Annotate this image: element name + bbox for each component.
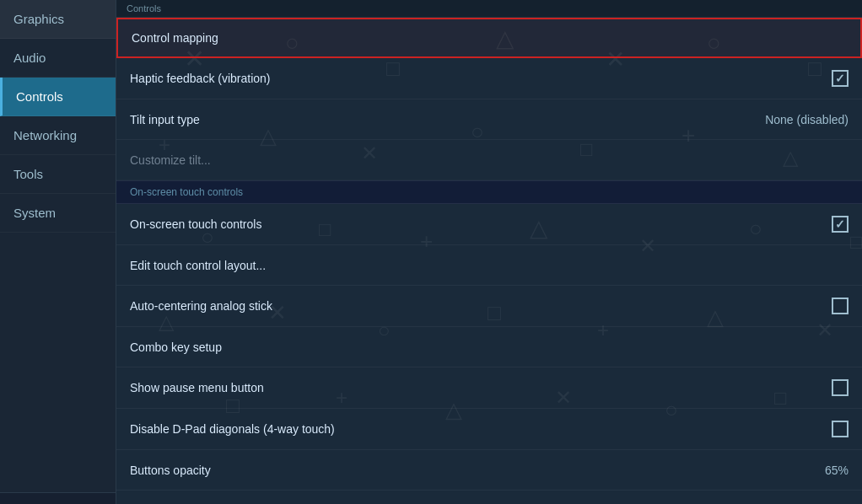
setting-row-tilt-input-type[interactable]: Tilt input typeNone (disabled)	[116, 99, 862, 140]
setting-row-edit-touch-layout[interactable]: Edit touch control layout...	[116, 245, 862, 286]
group-header: On-screen touch controls	[116, 180, 862, 204]
main-layout: GraphicsAudioControlsNetworkingToolsSyst…	[0, 0, 862, 504]
checkbox-haptic-feedback[interactable]	[832, 70, 849, 87]
setting-value-buttons-opacity: 65%	[825, 464, 849, 477]
sidebar-item-tools[interactable]: Tools	[0, 155, 116, 194]
setting-row-buttons-opacity[interactable]: Buttons opacity65%	[116, 450, 862, 491]
setting-label-buttons-opacity: Buttons opacity	[130, 464, 211, 477]
sidebar-item-system[interactable]: System	[0, 194, 116, 233]
setting-row-onscreen-touch[interactable]: On-screen touch controls	[116, 204, 862, 245]
setting-label-customize-tilt: Customize tilt...	[130, 153, 211, 167]
setting-value-tilt-input-type: None (disabled)	[765, 113, 849, 126]
content-area: Controls Control mappingHaptic feedback …	[116, 0, 862, 504]
top-settings: Control mappingHaptic feedback (vibratio…	[116, 18, 862, 180]
setting-label-disable-dpad: Disable D-Pad diagonals (4-way touch)	[130, 422, 335, 436]
setting-label-onscreen-touch: On-screen touch controls	[130, 217, 261, 231]
checkbox-disable-dpad[interactable]	[832, 421, 849, 437]
setting-row-auto-hide-buttons[interactable]: Auto-hide buttons after seconds20s	[116, 491, 862, 504]
setting-label-control-mapping: Control mapping	[132, 31, 218, 45]
setting-row-auto-centering[interactable]: Auto-centering analog stick	[116, 286, 862, 327]
sidebar-nav: GraphicsAudioControlsNetworkingToolsSyst…	[0, 0, 116, 233]
back-button[interactable]: Back	[0, 492, 116, 504]
setting-label-auto-centering: Auto-centering analog stick	[130, 299, 272, 313]
setting-row-show-pause-menu[interactable]: Show pause menu button	[116, 367, 862, 409]
setting-label-show-pause-menu: Show pause menu button	[130, 381, 264, 394]
section-header: Controls	[116, 0, 862, 18]
checkbox-onscreen-touch[interactable]	[832, 216, 849, 233]
group-settings: On-screen touch controlsEdit touch contr…	[116, 204, 862, 504]
setting-label-edit-touch-layout: Edit touch control layout...	[130, 259, 266, 272]
setting-label-haptic-feedback: Haptic feedback (vibration)	[130, 72, 271, 85]
settings-list: Control mappingHaptic feedback (vibratio…	[116, 18, 862, 504]
checkbox-show-pause-menu[interactable]	[832, 379, 849, 396]
sidebar-item-audio[interactable]: Audio	[0, 39, 116, 78]
setting-row-combo-key-setup[interactable]: Combo key setup	[116, 327, 862, 367]
sidebar-item-networking[interactable]: Networking	[0, 116, 116, 155]
sidebar-item-controls[interactable]: Controls	[0, 78, 116, 116]
checkbox-auto-centering[interactable]	[832, 298, 849, 314]
setting-label-combo-key-setup: Combo key setup	[130, 340, 222, 354]
sidebar: GraphicsAudioControlsNetworkingToolsSyst…	[0, 0, 116, 504]
sidebar-item-graphics[interactable]: Graphics	[0, 0, 116, 39]
setting-label-tilt-input-type: Tilt input type	[130, 113, 200, 126]
setting-row-disable-dpad[interactable]: Disable D-Pad diagonals (4-way touch)	[116, 409, 862, 450]
setting-row-customize-tilt: Customize tilt...	[116, 140, 862, 180]
setting-row-control-mapping[interactable]: Control mapping	[116, 18, 862, 58]
setting-row-haptic-feedback[interactable]: Haptic feedback (vibration)	[116, 58, 862, 99]
